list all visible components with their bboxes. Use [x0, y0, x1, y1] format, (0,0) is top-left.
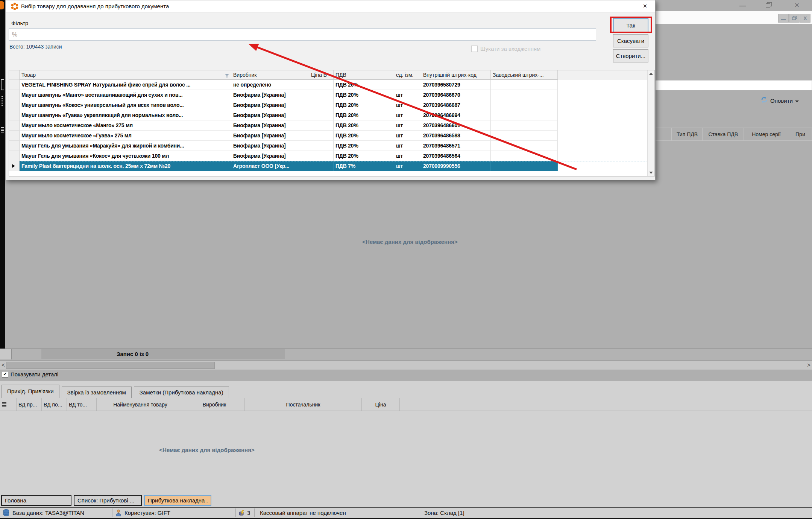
row-gutter [9, 161, 20, 171]
dock-bracket-glyph [1, 79, 4, 90]
detail-column-header-5[interactable]: Постачальник [245, 398, 362, 411]
cell-factory_barcode [491, 90, 558, 100]
document-tab-2[interactable]: Прибуткова накладна . [144, 495, 211, 506]
child-minimize-icon[interactable] [778, 14, 789, 23]
cell-price [309, 141, 334, 151]
cell-barcode: 2070396486564 [421, 151, 491, 161]
chevron-down-icon[interactable] [795, 100, 799, 102]
cell-vat: ПДВ 20% [334, 80, 394, 90]
scroll-up-icon[interactable] [649, 73, 653, 75]
detail-column-header-0[interactable]: ВД пр... [17, 398, 42, 411]
column-header-unit[interactable]: ед. ізм. [394, 70, 421, 80]
no-data-placeholder-main: <Немає даних для відображення> [335, 239, 485, 245]
filter-input[interactable] [9, 28, 596, 41]
grid-corner-icon [9, 70, 20, 80]
detail-column-header-6[interactable]: Ціна [362, 398, 400, 411]
show-details-label: Показувати деталі [11, 371, 58, 377]
vat-column-header-0[interactable]: Тип ПДВ [672, 128, 703, 140]
child-restore-icon[interactable] [789, 14, 800, 23]
detail-column-header-4[interactable]: Виробник [184, 398, 245, 411]
left-dock-strip [0, 0, 5, 352]
row-gutter [9, 151, 20, 161]
filter-funnel-icon[interactable] [225, 73, 229, 79]
vertical-scrollbar[interactable] [647, 70, 654, 176]
document-tab-0[interactable]: Головна [1, 495, 71, 506]
detail-column-header-1[interactable]: ВД по... [42, 398, 67, 411]
dock-grip-dots [2, 96, 3, 106]
detail-column-header-2[interactable]: ВД то... [67, 398, 97, 411]
status-cash-register: Кассовый аппарат не подключен [260, 510, 346, 516]
table-row[interactable]: Mayur мыло косметическое «Манго» 275 млБ… [9, 120, 654, 131]
status-user: Користувач: GIFT [124, 510, 170, 516]
status-bar: База даних: TASA3@TITAN Користувач: GIFT… [0, 507, 812, 518]
dialog-title: Вибір товару для додавання до прибутково… [21, 3, 169, 9]
column-header-factory_barcode[interactable]: Заводський штрих-... [491, 70, 558, 80]
vat-column-header-2[interactable]: Номер серії [744, 128, 789, 140]
cell-price [309, 151, 334, 161]
cancel-button[interactable]: Скасувати [613, 34, 648, 47]
cell-vat: ПДВ 20% [334, 110, 394, 120]
record-bar-gutter [0, 349, 12, 359]
scrollbar-thumb[interactable] [6, 362, 215, 369]
minimize-icon[interactable] [739, 6, 746, 6]
scroll-down-icon[interactable] [649, 172, 653, 174]
cell-vat: ПДВ 20% [334, 100, 394, 110]
records-total: Всего: 109443 записи [9, 44, 62, 50]
table-row[interactable]: Mayur шампунь «Кокос» универсальный для … [9, 100, 654, 110]
checkbox-checked-icon[interactable]: ✔ [2, 371, 8, 377]
table-row[interactable]: Mayur мыло косметическое «Гуава» 275 млБ… [9, 131, 654, 141]
column-header-barcode[interactable]: Внутрішній штрих-код [421, 70, 491, 80]
refresh-label: Оновити [770, 97, 793, 104]
show-details-checkbox[interactable]: ✔ Показувати деталі [2, 371, 58, 377]
cell-vendor: Биофарма [Украина] [231, 151, 309, 161]
detail-tab-0[interactable]: Прихід. Прив'язки [2, 385, 59, 398]
dialog-titlebar: Вибір товару для додавання до прибутково… [6, 0, 655, 12]
cell-barcode: 2070396486571 [421, 141, 491, 151]
detail-tab-2[interactable]: Заметки (Прибуткова накладна) [134, 387, 229, 398]
create-button[interactable]: Створити... [613, 49, 648, 62]
refresh-button[interactable]: Оновити [760, 95, 812, 106]
cell-price [309, 161, 334, 171]
row-gutter [9, 131, 20, 141]
scroll-left-icon[interactable]: < [2, 362, 5, 368]
vat-column-header-1[interactable]: Ставка ПДВ [703, 128, 744, 140]
column-header-vendor[interactable]: Виробник [231, 70, 309, 80]
table-row[interactable]: Mayur Гель для умывания «Маракуйя» для ж… [9, 141, 654, 151]
cell-product: Mayur Гель для умывания «Маракуйя» для ж… [20, 141, 231, 151]
cell-barcode: 2070396486601 [421, 120, 491, 131]
cell-unit: шт [394, 120, 421, 131]
column-header-price[interactable]: Ціна Б [309, 70, 334, 80]
restore-icon[interactable] [766, 2, 772, 9]
search-by-occurrence-checkbox[interactable]: Шукати за входженням [471, 46, 540, 52]
database-icon [3, 509, 9, 517]
table-row[interactable]: Mayur Гель для умывания «Кокос» для чуст… [9, 151, 654, 161]
document-tab-1[interactable]: Список: Прибуткові ... [74, 495, 142, 506]
row-gutter [9, 110, 20, 120]
table-row[interactable]: VEGETAL FINISHING SPRAY Натуральний фикс… [9, 80, 654, 90]
cell-vat: ПДВ 20% [334, 151, 394, 161]
dialog-close-icon[interactable]: × [637, 0, 653, 12]
column-header-product[interactable]: Товар [20, 70, 231, 80]
detail-column-header-3[interactable]: Найменування товару [97, 398, 184, 411]
cell-product: Family Plast бактерицидни на шолк. осн. … [20, 161, 231, 171]
cell-vendor: Биофарма [Украина] [231, 131, 309, 141]
table-row[interactable]: Mayur шампунь «Гуава» укрепляющий для но… [9, 110, 654, 120]
cell-vat: ПДВ 20% [334, 141, 394, 151]
cell-vendor: Биофарма [Украина] [231, 90, 309, 100]
vat-column-header-3[interactable]: При [789, 128, 812, 140]
child-close-icon[interactable]: x [800, 14, 810, 23]
scroll-right-icon[interactable]: > [807, 362, 810, 368]
cell-unit: шт [394, 90, 421, 100]
cell-barcode: 2070396486694 [421, 110, 491, 120]
close-icon[interactable]: × [791, 0, 803, 10]
column-header-vat[interactable]: ПДВ [334, 70, 394, 80]
search-checkbox-label: Шукати за входженням [480, 46, 540, 52]
table-row[interactable]: Family Plast бактерицидни на шолк. осн. … [9, 161, 654, 171]
table-row[interactable]: Mayur шампунь «Манго» востанавливающий д… [9, 90, 654, 100]
checkbox-unchecked-icon[interactable] [471, 46, 478, 52]
status-zone: Зона: Склад [1] [424, 510, 464, 516]
horizontal-scrollbar[interactable]: < > [0, 361, 812, 370]
detail-tab-1[interactable]: Звірка із замовленням [62, 387, 132, 398]
cell-unit: шт [394, 141, 421, 151]
status-connections: 3 [247, 510, 250, 516]
